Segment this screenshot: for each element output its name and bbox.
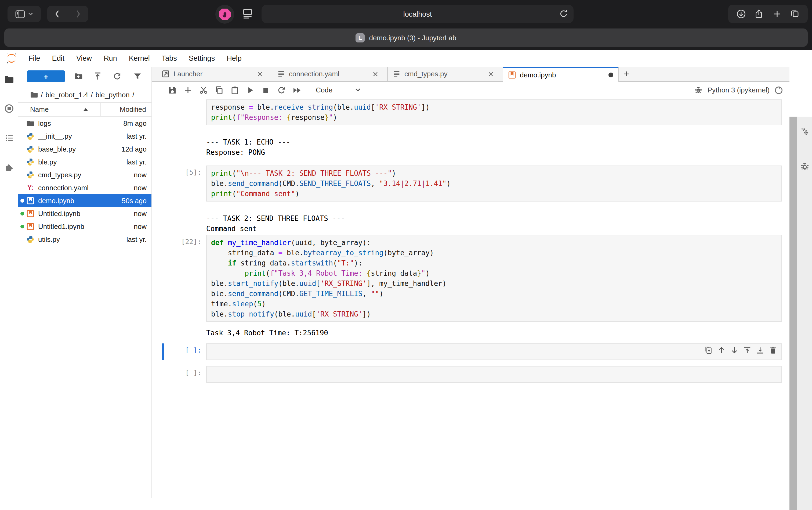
- close-tab-icon[interactable]: [372, 71, 379, 77]
- breadcrumb-item[interactable]: ble_robot_1.4: [46, 90, 88, 98]
- paste-cells-button[interactable]: [231, 86, 239, 94]
- browser-tab[interactable]: L demo.ipynb (3) - JupyterLab: [4, 28, 808, 47]
- cell-collapser[interactable]: [162, 166, 164, 201]
- sidebar-item-extensions[interactable]: [4, 163, 14, 172]
- file-row-cmd_types.py[interactable]: cmd_types.pynow: [18, 168, 151, 181]
- insert-cell-below-button[interactable]: [756, 346, 764, 354]
- python-icon: [26, 132, 34, 140]
- file-status-dot: [21, 237, 24, 241]
- close-tab-icon[interactable]: [257, 71, 263, 77]
- forward-button[interactable]: [67, 6, 88, 22]
- plus-icon: [623, 70, 630, 77]
- sidebar-item-files[interactable]: [4, 75, 14, 84]
- cell-editor[interactable]: def my_time_handler(uuid, byte_array): s…: [206, 235, 782, 322]
- screen: localhost L demo.ipynb (3) - JupyterLab …: [0, 0, 812, 510]
- tab-overview-icon[interactable]: [790, 9, 800, 19]
- file-row-logs[interactable]: logs8m ago: [18, 117, 151, 130]
- tab-connection.yaml[interactable]: connection.yaml: [272, 67, 388, 81]
- notebook-content[interactable]: response = ble.receive_string(ble.uuid['…: [152, 98, 789, 498]
- kernel-name[interactable]: Python 3 (ipykernel): [708, 86, 770, 94]
- share-icon[interactable]: [754, 9, 764, 19]
- cell-type-select[interactable]: Code: [316, 86, 361, 94]
- column-name[interactable]: Name: [30, 105, 49, 113]
- restart-kernel-button[interactable]: [277, 86, 286, 94]
- code-cell-1[interactable]: [5]:print("\n--- TASK 2: SEND THREE FLOA…: [152, 166, 789, 201]
- insert-cell-button[interactable]: [184, 86, 192, 94]
- new-folder-button[interactable]: [74, 72, 83, 81]
- sidebar-toggle-button[interactable]: [7, 6, 41, 22]
- tab-cmd_types.py[interactable]: cmd_types.py: [388, 67, 503, 81]
- cell-editor[interactable]: print("\n--- TASK 2: SEND THREE FLOATS -…: [206, 166, 782, 201]
- breadcrumb-item[interactable]: ble_python: [96, 90, 130, 98]
- upload-button[interactable]: [93, 72, 102, 81]
- file-modified: 50s ago: [122, 196, 151, 204]
- tab-demo.ipynb[interactable]: demo.ipynb: [503, 67, 619, 82]
- url-bar[interactable]: localhost: [262, 5, 574, 23]
- extension-button[interactable]: [215, 5, 234, 24]
- home-folder-icon[interactable]: [30, 91, 38, 98]
- property-inspector-icon[interactable]: [800, 127, 809, 136]
- move-cell-down-button[interactable]: [730, 346, 739, 354]
- cell-collapser[interactable]: [162, 343, 164, 360]
- page-settings-icon[interactable]: [242, 8, 253, 19]
- file-row-Untitled1.ipynb[interactable]: Untitled1.ipynbnow: [18, 220, 151, 233]
- file-row-__init__.py[interactable]: __init__.pylast yr.: [18, 130, 151, 142]
- tab-Launcher[interactable]: Launcher: [157, 67, 272, 81]
- cut-cells-button[interactable]: [199, 86, 208, 94]
- menu-edit[interactable]: Edit: [46, 54, 71, 62]
- code-cell-2[interactable]: [22]:def my_time_handler(uuid, byte_arra…: [152, 235, 789, 322]
- move-cell-up-button[interactable]: [718, 346, 725, 354]
- code-cell-4[interactable]: [ ]:: [152, 366, 789, 382]
- save-button[interactable]: [168, 86, 177, 94]
- vertical-scrollbar[interactable]: [789, 117, 797, 510]
- dirty-indicator[interactable]: [608, 73, 613, 77]
- menu-help[interactable]: Help: [221, 54, 247, 62]
- file-row-utils.py[interactable]: utils.pylast yr.: [18, 233, 151, 246]
- run-button[interactable]: [246, 86, 254, 94]
- new-tab-button[interactable]: [619, 67, 634, 81]
- menu-settings[interactable]: Settings: [183, 54, 221, 62]
- menu-run[interactable]: Run: [98, 54, 123, 62]
- file-row-ble.py[interactable]: ble.pylast yr.: [18, 155, 151, 168]
- file-row-connection.yaml[interactable]: Y:connection.yamlnow: [18, 181, 151, 194]
- menu-bar: FileEditViewRunKernelTabsSettingsHelp: [0, 50, 812, 67]
- menu-file[interactable]: File: [23, 54, 46, 62]
- debugger-sidebar-icon[interactable]: [800, 162, 809, 171]
- file-row-Untitled.ipynb[interactable]: Untitled.ipynbnow: [18, 207, 151, 220]
- file-row-demo.ipynb[interactable]: demo.ipynb50s ago: [18, 194, 151, 207]
- code-cell-3[interactable]: [ ]:: [152, 343, 789, 360]
- cell-collapser[interactable]: [162, 366, 164, 382]
- blocker-extension-icon: [219, 8, 231, 20]
- cell-collapser[interactable]: [162, 100, 164, 125]
- copy-cells-button[interactable]: [215, 86, 223, 94]
- menu-tabs[interactable]: Tabs: [156, 54, 183, 62]
- new-tab-icon[interactable]: [772, 9, 782, 19]
- insert-cell-above-button[interactable]: [743, 346, 751, 354]
- debugger-icon[interactable]: [695, 86, 703, 94]
- duplicate-cell-button[interactable]: [704, 346, 713, 354]
- refresh-button[interactable]: [113, 72, 121, 81]
- file-modified: now: [134, 171, 151, 179]
- sidebar-item-tabs[interactable]: [4, 133, 14, 143]
- reload-icon[interactable]: [559, 9, 568, 18]
- menu-view[interactable]: View: [70, 54, 98, 62]
- interrupt-kernel-button[interactable]: [262, 86, 270, 94]
- restart-run-all-button[interactable]: [293, 86, 301, 94]
- column-modified[interactable]: Modified: [120, 105, 151, 113]
- back-button[interactable]: [47, 6, 67, 22]
- close-tab-icon[interactable]: [488, 71, 494, 77]
- cell-editor[interactable]: [206, 366, 782, 382]
- downloads-icon[interactable]: [736, 9, 746, 19]
- sidebar-item-running[interactable]: [4, 104, 14, 113]
- file-row-base_ble.py[interactable]: base_ble.py12d ago: [18, 142, 151, 155]
- code-cell-0[interactable]: response = ble.receive_string(ble.uuid['…: [152, 100, 789, 125]
- kernel-status-icon[interactable]: [774, 86, 783, 94]
- menu-kernel[interactable]: Kernel: [123, 54, 156, 62]
- filter-button[interactable]: [133, 72, 142, 81]
- delete-cell-button[interactable]: [769, 346, 777, 354]
- cell-collapser[interactable]: [162, 235, 164, 322]
- cell-editor[interactable]: [206, 343, 782, 360]
- cell-editor[interactable]: response = ble.receive_string(ble.uuid['…: [206, 100, 782, 125]
- file-status-dot: [21, 134, 24, 138]
- new-launcher-button[interactable]: +: [27, 70, 65, 82]
